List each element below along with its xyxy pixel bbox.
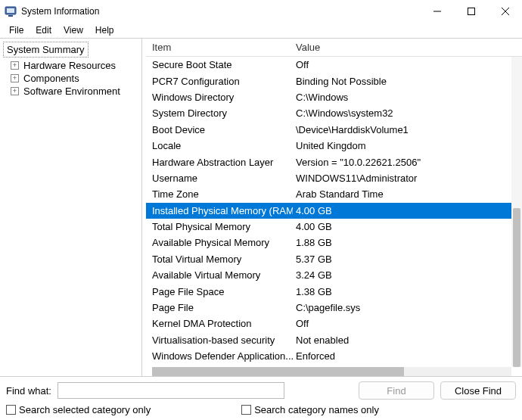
window-title: System Information xyxy=(21,6,420,17)
list-row[interactable]: Boot Device\Device\HarddiskVolume1 xyxy=(146,122,522,138)
cell-item: Username xyxy=(146,173,293,184)
list-row[interactable]: Time ZoneArab Standard Time xyxy=(146,186,522,202)
cell-item: Page File xyxy=(146,302,293,313)
cell-item: Available Virtual Memory xyxy=(146,269,293,281)
cell-value: 5.37 GB xyxy=(293,254,522,265)
cell-value: Enforced xyxy=(293,350,522,362)
maximize-button[interactable] xyxy=(454,0,488,23)
cell-value: 1.38 GB xyxy=(293,286,522,297)
cell-item: Kernel DMA Protection xyxy=(146,318,293,329)
cell-item: Total Physical Memory xyxy=(146,221,293,232)
list-row[interactable]: Hardware Abstraction LayerVersion = "10.… xyxy=(146,154,522,170)
cell-item: PCR7 Configuration xyxy=(146,76,293,87)
checkbox-label: Search category names only xyxy=(254,404,379,415)
list-row[interactable]: Available Virtual Memory3.24 GB xyxy=(146,267,522,283)
titlebar: System Information xyxy=(0,0,522,23)
window-root: System Information File Edit View Help S… xyxy=(0,0,522,420)
svg-rect-1 xyxy=(7,8,14,13)
tree-expander-icon[interactable]: + xyxy=(11,87,19,95)
cell-value: United Kingdom xyxy=(293,140,522,151)
tree-item[interactable]: +Components xyxy=(3,72,141,85)
list-row[interactable]: Total Virtual Memory5.37 GB xyxy=(146,251,522,267)
cell-value: 3.24 GB xyxy=(293,269,522,281)
cell-value: Not enabled xyxy=(293,334,522,346)
cell-value: C:\pagefile.sys xyxy=(293,302,522,313)
list-row[interactable]: UsernameWINDOWS11\Administrator xyxy=(146,170,522,186)
list-row[interactable]: Windows DirectoryC:\Windows xyxy=(146,89,522,105)
find-input[interactable] xyxy=(57,382,284,399)
svg-rect-2 xyxy=(8,15,13,17)
cell-item: Boot Device xyxy=(146,124,293,135)
menubar: File Edit View Help xyxy=(0,23,522,38)
cell-item: Windows Directory xyxy=(146,92,293,103)
find-button[interactable]: Find xyxy=(359,381,434,400)
tree-item[interactable]: +Hardware Resources xyxy=(3,59,141,72)
cell-item: System Directory xyxy=(146,107,293,119)
close-find-button[interactable]: Close Find xyxy=(440,381,516,400)
list-row[interactable]: Secure Boot StateOff xyxy=(146,57,522,73)
vertical-scrollbar[interactable] xyxy=(511,57,522,367)
cell-value: \Device\HarddiskVolume1 xyxy=(293,124,522,135)
cell-value: C:\Windows xyxy=(293,92,522,103)
cell-value: WINDOWS11\Administrator xyxy=(293,173,522,184)
cell-value: C:\Windows\system32 xyxy=(293,107,522,119)
column-header-item[interactable]: Item xyxy=(146,42,293,53)
svg-rect-4 xyxy=(468,8,474,15)
menu-edit[interactable]: Edit xyxy=(30,23,57,37)
list-row[interactable]: PCR7 ConfigurationBinding Not Possible xyxy=(146,73,522,89)
cell-value: 4.00 GB xyxy=(293,221,522,232)
list-row[interactable]: Windows Defender Application...Enforced xyxy=(146,348,522,364)
details-rows: Secure Boot StateOffPCR7 ConfigurationBi… xyxy=(146,57,522,367)
tree-root-system-summary[interactable]: System Summary xyxy=(3,42,89,58)
cell-item: Hardware Abstraction Layer xyxy=(146,157,293,168)
tree-item[interactable]: +Software Environment xyxy=(3,85,141,98)
cell-item: Locale xyxy=(146,140,293,151)
tree-expander-icon[interactable]: + xyxy=(11,61,19,70)
cell-item: Page File Space xyxy=(146,286,293,297)
list-row[interactable]: Kernel DMA ProtectionOff xyxy=(146,316,522,331)
window-controls xyxy=(420,0,522,23)
checkbox-search-selected-category[interactable]: Search selected category only xyxy=(6,404,151,415)
cell-item: Total Virtual Memory xyxy=(146,254,293,265)
list-row[interactable]: Available Physical Memory1.88 GB xyxy=(146,235,522,250)
category-tree: System Summary +Hardware Resources+Compo… xyxy=(0,39,142,376)
list-row[interactable]: Page File Space1.38 GB xyxy=(146,283,522,299)
cell-item: Installed Physical Memory (RAM) xyxy=(146,205,293,216)
list-row[interactable]: System DirectoryC:\Windows\system32 xyxy=(146,105,522,121)
menu-view[interactable]: View xyxy=(57,23,89,37)
find-label: Find what: xyxy=(6,385,51,397)
search-options-row: Search selected category only Search cat… xyxy=(6,404,516,418)
list-row[interactable]: Total Physical Memory4.00 GB xyxy=(146,219,522,235)
cell-item: Virtualisation-based security xyxy=(146,334,293,346)
list-header: Item Value xyxy=(146,39,522,57)
horizontal-scrollbar-thumb[interactable] xyxy=(152,367,404,376)
checkbox-label: Search selected category only xyxy=(19,404,151,415)
cell-value: 1.88 GB xyxy=(293,237,522,248)
tree-item-label: Software Environment xyxy=(23,86,120,97)
horizontal-scrollbar[interactable] xyxy=(152,367,511,376)
menu-help[interactable]: Help xyxy=(89,23,120,37)
details-panel: Item Value Secure Boot StateOffPCR7 Conf… xyxy=(145,39,522,376)
vertical-scrollbar-thumb[interactable] xyxy=(513,208,520,367)
menu-file[interactable]: File xyxy=(3,23,30,37)
cell-item: Windows Defender Application... xyxy=(146,350,293,362)
close-button[interactable] xyxy=(488,0,522,23)
cell-item: Secure Boot State xyxy=(146,59,293,70)
cell-item: Available Physical Memory xyxy=(146,237,293,248)
cell-value: Arab Standard Time xyxy=(293,188,522,200)
minimize-button[interactable] xyxy=(420,0,454,23)
checkbox-search-category-names[interactable]: Search category names only xyxy=(241,404,379,415)
tree-item-label: Components xyxy=(23,73,79,84)
content-area: System Summary +Hardware Resources+Compo… xyxy=(0,38,522,376)
list-row[interactable]: Virtualisation-based securityNot enabled xyxy=(146,332,522,348)
column-header-value[interactable]: Value xyxy=(293,42,522,53)
list-row[interactable]: Installed Physical Memory (RAM)4.00 GB xyxy=(146,203,522,219)
tree-expander-icon[interactable]: + xyxy=(11,74,19,82)
app-icon xyxy=(5,5,17,17)
checkbox-box-icon xyxy=(6,405,16,415)
cell-value: Version = "10.0.22621.2506" xyxy=(293,157,522,168)
cell-value: 4.00 GB xyxy=(293,205,522,216)
cell-value: Off xyxy=(293,318,522,329)
list-row[interactable]: LocaleUnited Kingdom xyxy=(146,138,522,154)
list-row[interactable]: Page FileC:\pagefile.sys xyxy=(146,300,522,316)
